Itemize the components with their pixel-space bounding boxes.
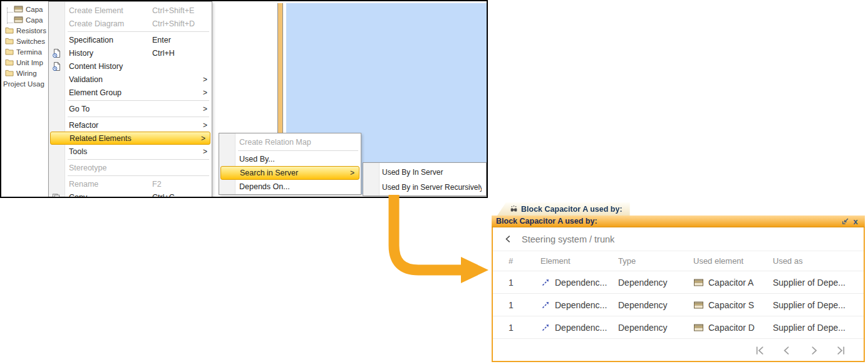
table-row[interactable]: 1 Dependenc... Dependency Capacitor D Su… [493,316,864,338]
dependency-icon [540,323,550,333]
first-page-icon[interactable] [755,345,765,356]
menu-item-tools[interactable]: Tools > [49,145,212,158]
menu-item-label: Depends On... [239,182,349,191]
tree-item-switches[interactable]: Switches [3,36,51,46]
tree-item-label: Resistors [16,27,46,34]
menu-item-related-elements[interactable]: Related Elements > [50,132,210,145]
menu-separator [68,159,209,160]
search-in-server-submenu: Used By In Server Used By in Server Recu… [363,162,487,196]
used-element-cell: Capacitor A [693,278,773,288]
menu-item-label: Stereotype [69,164,152,172]
used-element-name: Capacitor S [708,300,754,310]
menu-item-label: Create Element [69,6,152,15]
menu-item-used-by-in-server[interactable]: Used By In Server [363,165,486,180]
dependency-icon [540,278,550,288]
element-name: Dependenc... [555,323,607,333]
used-element-name: Capacitor A [708,278,753,288]
tree-item-terminal[interactable]: Termina [3,46,51,57]
row-number: 1 [509,323,540,333]
block-icon [14,6,23,13]
block-icon [693,279,704,286]
menu-item-label: Specification [69,36,152,44]
folder-icon [5,48,14,55]
column-used-element: Used element [693,256,773,266]
panel-body: Steering system / trunk # Element Type U… [492,227,865,362]
row-number: 1 [509,300,540,310]
breadcrumb-text: Steering system / trunk [522,234,614,244]
panel-title-bar: Block Capacitor A used by: x [492,216,865,227]
menu-item-used-by[interactable]: Used By... [219,152,361,166]
menu-item-search-in-server[interactable]: Search in Server> [220,166,359,180]
used-as-cell: Supplier of Depe... [773,278,864,288]
menu-item-content-history[interactable]: Content History [49,60,212,73]
previous-page-icon[interactable] [782,345,792,356]
close-icon[interactable]: x [850,216,860,226]
submenu-arrow-icon: > [200,75,207,84]
element-cell: Dependenc... [540,300,618,310]
menu-item-label: Used By in Server Recursively [382,183,482,192]
tree-item-project-usages[interactable]: Project Usag [3,78,51,89]
menu-item-history[interactable]: History Ctrl+H [49,46,212,60]
menu-shortcut: Enter [152,36,200,44]
tree-item-unit-imp[interactable]: Unit Imp [3,57,51,68]
menu-item-label: Used By... [239,155,349,164]
copy-icon [52,193,60,199]
menu-separator [68,175,209,176]
tree-item-label: Capa [26,6,43,13]
menu-item-go-to[interactable]: Go To > [49,102,212,115]
submenu-arrow-icon: > [200,88,207,97]
menu-separator [68,117,209,117]
menu-shortcut: F2 [152,180,200,189]
menu-item-create-relation-map: Create Relation Map [219,135,361,149]
menu-item-label: Validation [69,75,152,84]
screenshot-composite: Capa Capa Resistors Switches Termina Uni… [0,0,868,364]
submenu-arrow-icon: > [200,105,207,113]
pagination [493,338,864,361]
tree-item-label: Wiring [16,70,37,77]
back-chevron-icon[interactable] [504,234,513,244]
menu-item-refactor[interactable]: Refactor > [49,118,212,132]
menu-item-depends-on[interactable]: Depends On... [219,180,361,194]
menu-item-rename: Rename F2 [49,177,212,190]
menu-item-label: Create Relation Map [239,138,349,147]
menu-shortcut: Ctrl+Shift+E [152,6,200,15]
folder-icon [5,59,14,66]
menu-item-label: Go To [69,105,152,113]
menu-item-label: Related Elements [70,134,150,143]
tree-item-wiring[interactable]: Wiring [3,68,51,78]
type-cell: Dependency [618,278,693,288]
menu-item-copy[interactable]: Copy Ctrl+C [49,190,212,198]
menu-item-stereotype: Stereotype [49,161,212,174]
used-by-icon [510,205,518,213]
menu-item-used-by-in-server-recursively[interactable]: Used By in Server Recursively [363,180,486,195]
menu-item-create-element: Create Element Ctrl+Shift+E [49,4,212,17]
menu-item-validation[interactable]: Validation > [49,73,212,86]
type-cell: Dependency [618,323,693,333]
last-page-icon[interactable] [835,345,846,356]
used-as-cell: Supplier of Depe... [773,300,864,310]
menu-item-label: Used By In Server [382,168,482,177]
menu-item-specification[interactable]: Specification Enter [49,33,212,46]
table-header: # Element Type Used element Used as [493,251,864,271]
tree-item-resistors[interactable]: Resistors [3,25,51,36]
submenu-arrow-icon: > [200,121,207,130]
table-row[interactable]: 1 Dependenc... Dependency Capacitor A Su… [493,271,864,293]
tree-connector-lines [7,8,13,24]
next-page-icon[interactable] [809,345,819,356]
menu-shortcut: Ctrl+H [152,49,200,58]
folder-icon [5,70,14,76]
menu-item-label: History [69,49,152,58]
float-window-icon[interactable] [840,216,850,226]
tree-item-label: Capa [26,16,43,24]
submenu-arrow-icon: > [347,169,354,177]
table-row[interactable]: 1 Dependenc... Dependency Capacitor S Su… [493,293,864,316]
menu-item-label: Element Group [69,88,152,97]
menu-item-label: Rename [69,180,152,189]
folder-icon [5,27,14,34]
tab-block-capacitor-a-used-by[interactable]: Block Capacitor A used by: [497,202,630,216]
tree-item-label: Project Usag [3,80,44,88]
row-number: 1 [509,278,540,288]
tree-item-label: Switches [16,38,45,45]
menu-item-element-group[interactable]: Element Group > [49,86,212,99]
menu-item-label: Refactor [69,121,152,130]
